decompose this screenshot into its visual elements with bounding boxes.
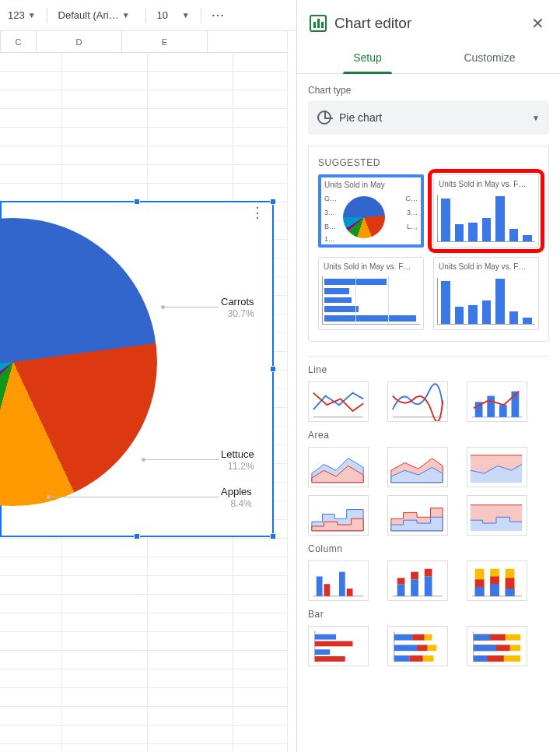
svg-rect-18 xyxy=(324,584,330,596)
resize-handle[interactable] xyxy=(270,533,276,539)
svg-rect-42 xyxy=(315,656,345,662)
svg-rect-48 xyxy=(417,645,428,651)
editor-body: Chart type Pie chart ▼ SUGGESTED Units S… xyxy=(297,74,560,752)
stacked-bar-chart-thumb[interactable] xyxy=(387,626,448,666)
resize-handle[interactable] xyxy=(134,199,140,205)
full-stacked-area-chart-thumb[interactable] xyxy=(467,447,527,487)
chart-label-apples: Apples 8.4% xyxy=(221,486,252,509)
leader-dot xyxy=(142,458,145,462)
resize-handle[interactable] xyxy=(134,533,140,539)
editor-header: Chart editor ✕ xyxy=(297,0,560,44)
stacked-column-chart-thumb[interactable] xyxy=(387,560,448,601)
grid[interactable]: ⋮ Carrots 30.7% Lettuce 11.2% Apples 8.4… xyxy=(0,53,287,752)
section-column-title: Column xyxy=(308,543,549,554)
font-dropdown[interactable]: Default (Ari… ▼ xyxy=(54,5,139,26)
column-chart-thumb[interactable] xyxy=(308,560,369,601)
close-button[interactable]: ✕ xyxy=(528,11,548,36)
line-chart-thumb[interactable] xyxy=(308,381,369,422)
chart-menu-button[interactable]: ⋮ xyxy=(250,210,264,215)
font-size-label: 10 xyxy=(157,9,168,21)
tab-customize[interactable]: Customize xyxy=(429,44,551,73)
caret-down-icon: ▼ xyxy=(182,11,190,19)
column-header[interactable]: E xyxy=(122,31,208,52)
resize-handle[interactable] xyxy=(270,366,276,372)
mini-legend: 3… xyxy=(407,209,418,217)
svg-rect-37 xyxy=(506,589,515,596)
svg-rect-59 xyxy=(474,645,496,651)
area-chart-thumbs-row1 xyxy=(308,447,549,487)
svg-rect-51 xyxy=(409,655,423,662)
svg-rect-27 xyxy=(425,569,432,577)
svg-rect-5 xyxy=(499,405,507,417)
section-line-title: Line xyxy=(308,364,549,375)
svg-rect-44 xyxy=(394,634,412,641)
svg-rect-19 xyxy=(339,572,345,596)
svg-rect-25 xyxy=(411,572,418,580)
mini-column-chart xyxy=(437,278,535,325)
suggested-chart-pie[interactable]: Units Sold in May G… C… 3… 3… B… L… 1… xyxy=(318,174,424,248)
chart-label-lettuce: Lettuce 11.2% xyxy=(221,448,254,472)
font-size-dropdown[interactable]: 10 ▼ xyxy=(152,5,194,26)
svg-rect-46 xyxy=(425,634,432,641)
smooth-line-chart-thumb[interactable] xyxy=(387,381,448,422)
selected-chart-object[interactable]: ⋮ Carrots 30.7% Lettuce 11.2% Apples 8.4… xyxy=(0,201,274,537)
svg-rect-49 xyxy=(428,645,437,651)
editor-title: Chart editor xyxy=(334,15,520,32)
section-bar-title: Bar xyxy=(308,609,549,620)
svg-rect-40 xyxy=(315,641,353,647)
leader-line xyxy=(50,497,219,497)
suggested-card-title: Units Sold in May vs. F… xyxy=(322,261,420,274)
chart-label-carrots: Carrots 30.7% xyxy=(221,296,254,319)
suggested-chart-column[interactable]: Units Sold in May vs. F… xyxy=(433,257,539,330)
label-text: Carrots xyxy=(221,296,254,308)
toolbar-more-button[interactable]: ··· xyxy=(208,5,230,26)
combo-chart-thumb[interactable] xyxy=(467,381,527,422)
label-pct: 11.2% xyxy=(221,461,254,472)
suggested-block: SUGGESTED Units Sold in May G… C… 3… 3… … xyxy=(308,146,549,342)
mini-pie xyxy=(343,196,385,238)
chart-editor-icon xyxy=(310,15,327,32)
svg-rect-50 xyxy=(394,655,409,662)
svg-rect-52 xyxy=(423,655,434,662)
section-suggested-title: SUGGESTED xyxy=(318,157,539,168)
resize-handle[interactable] xyxy=(270,199,276,205)
divider xyxy=(308,356,549,357)
toolbar-separator xyxy=(201,8,201,23)
svg-rect-23 xyxy=(397,578,405,584)
stacked-area-chart-thumb[interactable] xyxy=(387,447,448,487)
spreadsheet-area[interactable]: C D E ⋮ Carrots 30.7% Lettuce xyxy=(0,31,288,752)
bar-chart-thumbs xyxy=(308,626,549,666)
full-stacked-column-chart-thumb[interactable] xyxy=(467,560,527,601)
mini-legend: G… xyxy=(324,195,337,203)
mini-column-chart xyxy=(437,195,535,242)
bar-chart-thumb[interactable] xyxy=(308,626,369,666)
label-text: Lettuce xyxy=(221,448,254,461)
suggested-chart-bar[interactable]: Units Sold in May vs. F… xyxy=(318,257,424,330)
font-label: Default (Ari… xyxy=(58,9,119,21)
full-stacked-bar-chart-thumb[interactable] xyxy=(467,626,527,666)
svg-rect-4 xyxy=(487,396,495,417)
leader-line xyxy=(145,459,219,460)
chart-type-value: Pie chart xyxy=(339,111,524,124)
tab-setup[interactable]: Setup xyxy=(306,44,429,73)
label-pct: 30.7% xyxy=(221,308,254,319)
pie-chart-icon xyxy=(317,111,331,125)
stepped-area-chart-thumb[interactable] xyxy=(308,495,369,536)
svg-rect-17 xyxy=(317,576,323,596)
stacked-stepped-area-chart-thumb[interactable] xyxy=(387,495,448,536)
mini-legend: L… xyxy=(407,223,418,231)
svg-rect-31 xyxy=(475,587,485,596)
svg-rect-45 xyxy=(412,634,425,641)
editor-tabs: Setup Customize xyxy=(297,44,560,74)
column-header[interactable]: D xyxy=(37,31,122,52)
area-chart-thumb[interactable] xyxy=(308,447,369,487)
number-format-label: 123 xyxy=(8,9,25,21)
chart-type-dropdown[interactable]: Pie chart ▼ xyxy=(308,100,549,135)
pie-chart xyxy=(0,218,157,506)
suggested-chart-column-highlighted[interactable]: Units Sold in May vs. F… xyxy=(433,174,539,248)
number-format-dropdown[interactable]: 123 ▼ xyxy=(3,5,40,26)
column-header[interactable]: C xyxy=(1,31,37,52)
full-stacked-stepped-area-chart-thumb[interactable] xyxy=(467,495,527,536)
suggested-card-title: Units Sold in May xyxy=(323,179,419,192)
column-headers: C D E xyxy=(0,31,287,53)
